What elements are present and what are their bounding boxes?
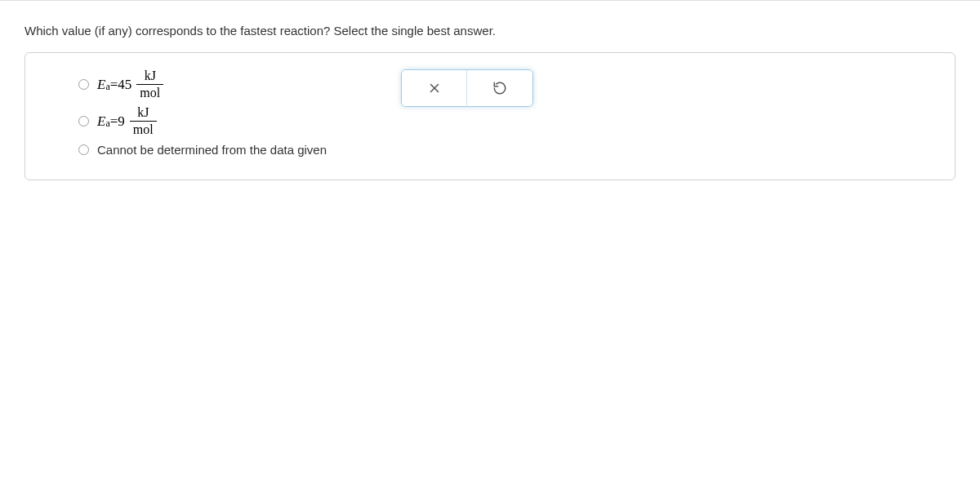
option-1-value: 45 [118,77,131,93]
close-icon [427,81,442,95]
option-3-label: Cannot be determined from the data given [97,143,327,157]
option-2-symbol: E [97,113,105,130]
option-2-label: Ea = 9 kJ mol [97,106,157,136]
option-1-fraction: kJ mol [136,69,163,100]
option-2[interactable]: Ea = 9 kJ mol [78,106,926,136]
question-prompt: Which value (if any) corresponds to the … [0,1,980,52]
option-3[interactable]: Cannot be determined from the data given [78,143,926,157]
option-1-subscript: a [105,81,109,93]
answer-container: Ea = 45 kJ mol Ea = 9 kJ mol Cannot be d… [24,52,956,180]
option-2-denominator: mol [130,121,157,136]
action-panel [401,69,533,107]
option-1-numerator: kJ [141,69,159,84]
option-2-value: 9 [118,113,125,130]
undo-icon [492,81,507,95]
option-1-denominator: mol [136,84,163,100]
radio-icon[interactable] [78,144,89,155]
radio-icon[interactable] [78,116,89,126]
option-2-subscript: a [105,118,109,130]
radio-icon[interactable] [78,79,89,90]
option-1-equals: = [110,77,118,93]
option-1-label: Ea = 45 kJ mol [97,69,163,100]
close-button[interactable] [402,70,467,106]
option-1-symbol: E [97,77,105,93]
reset-button[interactable] [467,70,532,106]
option-2-equals: = [110,113,118,130]
option-2-fraction: kJ mol [130,106,157,136]
option-2-numerator: kJ [134,106,152,121]
